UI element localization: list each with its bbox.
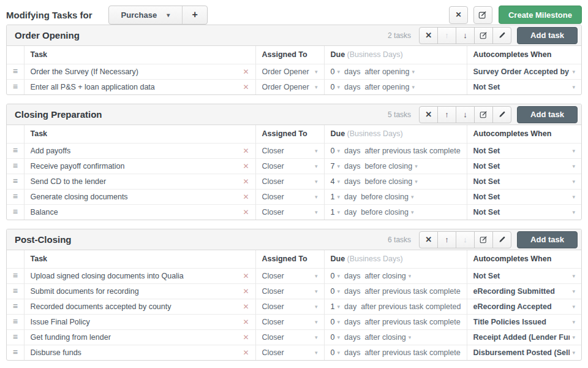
drag-handle-icon[interactable]: ≡ bbox=[13, 145, 18, 155]
due-number-dropdown[interactable]: 0▾ bbox=[331, 83, 340, 92]
autocompletes-dropdown[interactable]: eRecording Accepted▾ bbox=[473, 302, 576, 312]
delete-task-icon[interactable]: ✕ bbox=[238, 348, 249, 358]
delete-task-icon[interactable]: ✕ bbox=[238, 147, 249, 156]
due-number-dropdown[interactable]: 0▾ bbox=[331, 318, 340, 327]
drag-handle-icon[interactable]: ≡ bbox=[13, 332, 18, 342]
task-count: 5 tasks bbox=[388, 110, 411, 119]
autocompletes-dropdown[interactable]: Not Set▾ bbox=[473, 177, 576, 186]
add-task-button[interactable]: Add task bbox=[517, 231, 578, 248]
cancel-button[interactable]: ✕ bbox=[449, 6, 468, 24]
drag-handle-icon[interactable]: ≡ bbox=[13, 347, 18, 357]
due-anchor-dropdown[interactable]: after closing▾ bbox=[364, 333, 411, 342]
due-number-dropdown[interactable]: 7▾ bbox=[331, 162, 340, 171]
due-anchor-dropdown[interactable]: before closing▾ bbox=[361, 208, 413, 217]
delete-task-icon[interactable]: ✕ bbox=[238, 287, 249, 296]
drag-handle-icon[interactable]: ≡ bbox=[13, 207, 18, 217]
move-down-button[interactable]: ↓ bbox=[456, 27, 475, 44]
delete-task-icon[interactable]: ✕ bbox=[238, 193, 249, 202]
delete-task-icon[interactable]: ✕ bbox=[238, 302, 249, 312]
autocompletes-dropdown[interactable]: Not Set▾ bbox=[473, 193, 576, 202]
delete-milestone-button[interactable]: ✕ bbox=[419, 27, 438, 44]
rename-milestone-button[interactable] bbox=[492, 106, 511, 123]
autocompletes-dropdown[interactable]: Survey Order Accepted by V...▾ bbox=[473, 67, 576, 77]
due-anchor-dropdown[interactable]: after opening▾ bbox=[364, 67, 415, 77]
autocompletes-dropdown[interactable]: Receipt Added (Lender Fund...▾ bbox=[473, 333, 576, 342]
delete-task-icon[interactable]: ✕ bbox=[238, 177, 249, 186]
move-up-button[interactable]: ↑ bbox=[437, 106, 456, 123]
delete-task-icon[interactable]: ✕ bbox=[238, 318, 249, 327]
rename-milestone-button[interactable] bbox=[492, 27, 511, 44]
move-down-button[interactable]: ↓ bbox=[456, 106, 475, 123]
autocompletes-dropdown[interactable]: Disbursement Posted (Seller)▾ bbox=[473, 348, 576, 358]
due-anchor-dropdown[interactable]: before closing▾ bbox=[364, 177, 417, 186]
delete-milestone-button[interactable]: ✕ bbox=[419, 106, 438, 123]
assigned-to-dropdown[interactable]: Closer▾ bbox=[262, 208, 318, 217]
assigned-to-dropdown[interactable]: Closer▾ bbox=[262, 177, 318, 186]
drag-handle-icon[interactable]: ≡ bbox=[13, 66, 18, 76]
add-task-button[interactable]: Add task bbox=[517, 27, 578, 44]
assigned-to-dropdown[interactable]: Closer▾ bbox=[262, 193, 318, 202]
due-number-dropdown[interactable]: 0▾ bbox=[331, 348, 340, 358]
due-number-dropdown[interactable]: 4▾ bbox=[331, 177, 340, 186]
delete-task-icon[interactable]: ✕ bbox=[238, 208, 249, 217]
add-task-button[interactable]: Add task bbox=[517, 106, 578, 123]
autocompletes-dropdown[interactable]: Not Set▾ bbox=[473, 162, 576, 171]
edit-tasks-button[interactable] bbox=[474, 231, 493, 248]
drag-handle-icon[interactable]: ≡ bbox=[13, 286, 18, 296]
delete-task-icon[interactable]: ✕ bbox=[238, 162, 249, 171]
autocompletes-dropdown[interactable]: Not Set▾ bbox=[473, 272, 576, 281]
drag-handle-icon[interactable]: ≡ bbox=[13, 161, 18, 171]
due-anchor-dropdown[interactable]: before closing▾ bbox=[361, 193, 413, 202]
delete-task-icon[interactable]: ✕ bbox=[238, 333, 249, 342]
edit-tasks-button[interactable] bbox=[474, 27, 493, 44]
autocompletes-dropdown[interactable]: Not Set▾ bbox=[473, 83, 576, 92]
assigned-to-dropdown[interactable]: Closer▾ bbox=[262, 302, 318, 312]
assigned-to-dropdown[interactable]: Closer▾ bbox=[262, 287, 318, 296]
assigned-to-dropdown[interactable]: Closer▾ bbox=[262, 333, 318, 342]
due-number-dropdown[interactable]: 0▾ bbox=[331, 333, 340, 342]
order-type-dropdown[interactable]: Purchase ▾ bbox=[109, 6, 183, 24]
due-number-dropdown[interactable]: 0▾ bbox=[331, 272, 340, 281]
due-anchor-dropdown[interactable]: after previous task completed▾ bbox=[364, 318, 460, 327]
due-anchor-dropdown[interactable]: after previous task completed▾ bbox=[364, 287, 460, 296]
edit-milestones-button[interactable] bbox=[473, 6, 492, 24]
due-number-dropdown[interactable]: 1▾ bbox=[331, 208, 340, 217]
assigned-to-dropdown[interactable]: Order Opener▾ bbox=[262, 67, 318, 77]
drag-handle-icon[interactable]: ≡ bbox=[13, 191, 18, 201]
add-order-type-button[interactable]: + bbox=[183, 6, 207, 24]
create-milestone-button[interactable]: Create Milestone bbox=[499, 6, 582, 24]
assigned-to-dropdown[interactable]: Closer▾ bbox=[262, 318, 318, 327]
autocompletes-dropdown[interactable]: Not Set▾ bbox=[473, 147, 576, 156]
drag-handle-icon[interactable]: ≡ bbox=[13, 316, 18, 326]
due-anchor-dropdown[interactable]: after previous task completed▾ bbox=[364, 348, 460, 358]
delete-task-icon[interactable]: ✕ bbox=[238, 272, 249, 281]
delete-milestone-button[interactable]: ✕ bbox=[419, 231, 438, 248]
delete-task-icon[interactable]: ✕ bbox=[238, 83, 249, 92]
drag-handle-icon[interactable]: ≡ bbox=[13, 82, 18, 91]
assigned-to-dropdown[interactable]: Closer▾ bbox=[262, 348, 318, 358]
drag-handle-icon[interactable]: ≡ bbox=[13, 270, 18, 280]
due-anchor-dropdown[interactable]: after opening▾ bbox=[364, 83, 415, 92]
due-number-dropdown[interactable]: 1▾ bbox=[331, 193, 340, 202]
due-number-dropdown[interactable]: 0▾ bbox=[331, 147, 340, 156]
rename-milestone-button[interactable] bbox=[492, 231, 511, 248]
autocompletes-dropdown[interactable]: Title Policies Issued▾ bbox=[473, 318, 576, 327]
due-number-dropdown[interactable]: 1▾ bbox=[331, 302, 340, 312]
due-anchor-dropdown[interactable]: before closing▾ bbox=[364, 162, 417, 171]
due-anchor-dropdown[interactable]: after closing▾ bbox=[364, 272, 411, 281]
due-anchor-dropdown[interactable]: after previous task completed▾ bbox=[361, 302, 460, 312]
assigned-to-dropdown[interactable]: Order Opener▾ bbox=[262, 83, 318, 92]
assigned-to-dropdown[interactable]: Closer▾ bbox=[262, 162, 318, 171]
assigned-to-dropdown[interactable]: Closer▾ bbox=[262, 147, 318, 156]
edit-tasks-button[interactable] bbox=[474, 106, 493, 123]
delete-task-icon[interactable]: ✕ bbox=[238, 67, 249, 77]
drag-handle-icon[interactable]: ≡ bbox=[13, 176, 18, 186]
drag-handle-icon[interactable]: ≡ bbox=[13, 301, 18, 311]
move-up-button[interactable]: ↑ bbox=[437, 231, 456, 248]
due-number-dropdown[interactable]: 0▾ bbox=[331, 287, 340, 296]
due-number-dropdown[interactable]: 0▾ bbox=[331, 67, 340, 77]
autocompletes-dropdown[interactable]: Not Set▾ bbox=[473, 208, 576, 217]
assigned-to-dropdown[interactable]: Closer▾ bbox=[262, 272, 318, 281]
due-anchor-dropdown[interactable]: after previous task completed▾ bbox=[364, 147, 460, 156]
autocompletes-dropdown[interactable]: eRecording Submitted▾ bbox=[473, 287, 576, 296]
